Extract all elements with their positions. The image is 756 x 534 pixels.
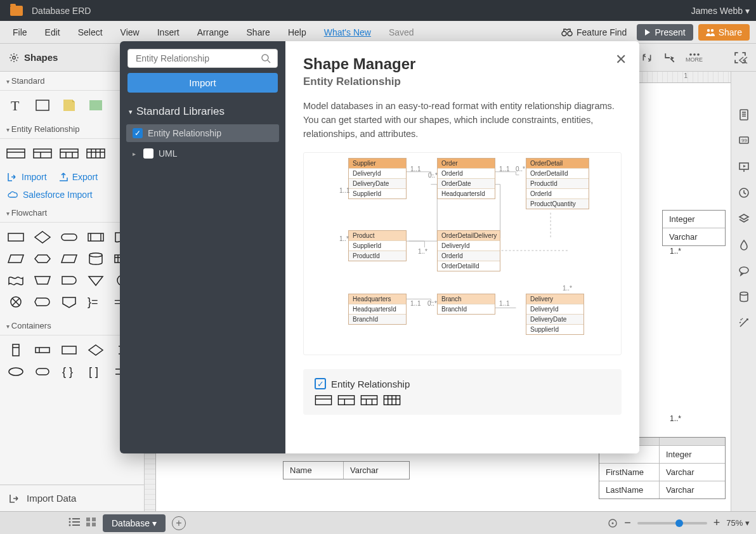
fc-rect[interactable]	[4, 228, 28, 247]
zoom-in[interactable]: +	[714, 516, 720, 530]
salesforce-import-link[interactable]: Salesforce Import	[8, 190, 93, 200]
database-icon[interactable]	[738, 290, 750, 305]
checkbox-icon[interactable]	[133, 128, 143, 138]
page-tab[interactable]: Database ▾	[103, 514, 166, 532]
fc-data[interactable]	[4, 249, 28, 268]
cont-4[interactable]	[84, 341, 108, 360]
library-entity-relationship[interactable]: Entity Relationship	[126, 124, 279, 142]
connector-icon[interactable]	[663, 51, 677, 65]
tbl-field: BranchId	[349, 314, 406, 324]
menu-edit[interactable]: Edit	[39, 25, 67, 40]
fc-offpage[interactable]	[57, 292, 81, 311]
cont-8[interactable]: { }	[57, 362, 81, 381]
export-link[interactable]: Export	[58, 172, 98, 182]
present-button[interactable]: Present	[637, 24, 693, 41]
page-icon[interactable]	[738, 108, 750, 123]
share-label: Share	[719, 27, 742, 37]
library-uml[interactable]: ▸ UML	[126, 145, 279, 162]
menu-file[interactable]: File	[6, 25, 34, 40]
tbl-field: SupplierId	[349, 188, 406, 199]
fc-terminator[interactable]	[57, 228, 81, 247]
cardinality: 1..1	[410, 300, 421, 307]
menu-whats-new[interactable]: What's New	[318, 25, 377, 40]
note-shape[interactable]	[57, 96, 81, 115]
er-shape-2[interactable]	[30, 144, 55, 163]
svg-point-3	[710, 29, 713, 31]
fc-manual[interactable]	[30, 271, 55, 290]
cont-7[interactable]	[30, 362, 55, 381]
comment-icon[interactable]: 99	[738, 134, 750, 149]
svg-rect-16	[60, 149, 78, 158]
fc-predef[interactable]	[84, 228, 108, 247]
layers-icon[interactable]	[738, 212, 750, 227]
svg-rect-40	[13, 344, 19, 356]
er-shape-4[interactable]	[84, 144, 108, 163]
cont-1[interactable]	[4, 341, 28, 360]
add-page-button[interactable]: +	[172, 516, 186, 530]
fill-shape[interactable]	[84, 96, 108, 115]
feature-find-button[interactable]: Feature Find	[556, 25, 632, 40]
canvas-table-3[interactable]: NameVarchar	[283, 461, 410, 479]
standard-libraries-header[interactable]: Standard Libraries	[120, 100, 285, 123]
rect-shape[interactable]	[30, 96, 55, 115]
fc-parallelogram[interactable]	[57, 249, 81, 268]
menu-arrange[interactable]: Arrange	[191, 25, 235, 40]
library-checkbox[interactable]	[315, 378, 326, 389]
shape-search-input[interactable]	[134, 53, 261, 64]
grid-view-icon[interactable]	[86, 518, 96, 528]
list-view-icon[interactable]	[68, 518, 80, 528]
fc-merge[interactable]	[84, 271, 108, 290]
cont-3[interactable]	[57, 341, 81, 360]
document-title[interactable]: Database ERD	[32, 6, 91, 16]
collapse-right-rail[interactable]	[733, 49, 754, 71]
menu-insert[interactable]: Insert	[151, 25, 186, 40]
target-icon[interactable]	[608, 518, 618, 528]
fc-brace-r[interactable]: }=	[84, 292, 108, 311]
import-shapes-button[interactable]: Import	[127, 73, 278, 93]
user-menu[interactable]: James Webb ▾	[691, 6, 750, 16]
canvas-table-1[interactable]: Integer Varchar	[662, 210, 726, 246]
zoom-out[interactable]: −	[624, 516, 631, 530]
fc-hex[interactable]	[30, 249, 55, 268]
cont-9[interactable]: [ ]	[84, 362, 108, 381]
expand-arrow-icon[interactable]: ▸	[133, 150, 136, 157]
cont-6[interactable]	[4, 362, 28, 381]
sort-icon[interactable]	[640, 51, 654, 65]
import-link[interactable]: Import	[8, 172, 47, 182]
menu-help[interactable]: Help	[282, 25, 313, 40]
fc-sum[interactable]	[4, 292, 28, 311]
present-icon[interactable]	[738, 160, 750, 175]
fill-icon[interactable]	[738, 238, 750, 253]
menu-view[interactable]: View	[114, 25, 146, 40]
fc-delay[interactable]	[57, 271, 81, 290]
titlebar: Database ERD James Webb ▾	[0, 0, 756, 21]
magic-icon[interactable]	[738, 316, 750, 331]
share-button[interactable]: Share	[698, 24, 750, 41]
fc-diamond[interactable]	[30, 228, 55, 247]
text-shape[interactable]: T	[4, 96, 28, 115]
shape-search-box[interactable]	[127, 49, 278, 68]
close-button[interactable]: ✕	[615, 51, 627, 68]
svg-text:99: 99	[741, 138, 747, 143]
import-data-button[interactable]: Import Data	[0, 485, 144, 511]
fc-tape[interactable]	[4, 271, 28, 290]
fc-display[interactable]	[30, 292, 55, 311]
svg-rect-68	[86, 518, 90, 521]
checkbox-icon[interactable]	[143, 148, 153, 159]
fc-cylinder[interactable]	[84, 249, 108, 268]
cell: Name	[284, 462, 344, 479]
cont-2[interactable]	[30, 341, 55, 360]
svg-rect-13	[34, 149, 51, 158]
zoom-slider[interactable]	[637, 522, 707, 524]
history-icon[interactable]	[738, 186, 750, 201]
svg-point-74	[262, 55, 268, 61]
er-shape-3[interactable]	[57, 144, 81, 163]
menu-share[interactable]: Share	[240, 25, 277, 40]
menu-select[interactable]: Select	[72, 25, 109, 40]
chat-icon[interactable]	[738, 264, 750, 279]
more-button[interactable]: MORE	[686, 53, 703, 63]
library-label: UML	[159, 148, 178, 159]
cell: LastName	[599, 481, 660, 498]
zoom-value[interactable]: 75% ▾	[726, 518, 750, 528]
er-shape-1[interactable]	[4, 144, 28, 163]
